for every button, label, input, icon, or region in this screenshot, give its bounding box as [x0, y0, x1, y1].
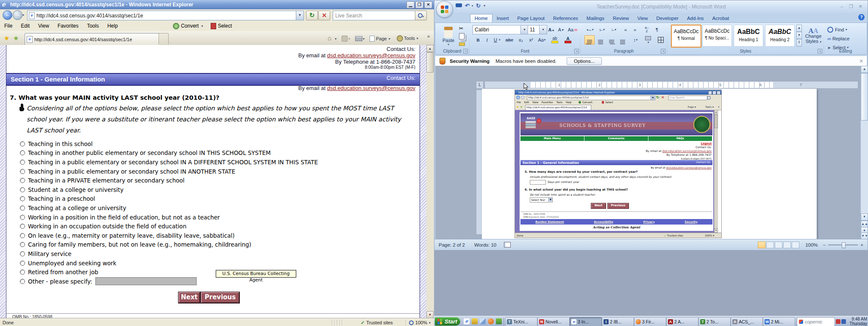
radio-button-icon[interactable] — [20, 196, 25, 201]
clock[interactable]: 9:48 AM Thursday — [848, 317, 867, 326]
browser-tab[interactable]: e http://idc4.ssd.census.gov:4014/sasstq… — [25, 33, 161, 45]
copernic-search-box[interactable]: copernic — [797, 317, 835, 326]
word-scroll-up-icon[interactable]: ▲ — [861, 66, 868, 73]
scroll-up-icon[interactable]: ▲ — [426, 45, 434, 52]
ie-restore-button[interactable]: ❐ — [415, 1, 423, 8]
styles-dialog-launcher-icon[interactable]: ↘ — [818, 49, 822, 53]
radio-button-icon[interactable] — [20, 224, 25, 229]
radio-option-row[interactable]: Teaching in another public elementary or… — [20, 149, 318, 158]
rss-feeds-icon[interactable] — [342, 36, 348, 42]
radio-option-row[interactable]: Working in a position in the field of ed… — [20, 213, 318, 222]
radio-button-icon[interactable] — [20, 187, 25, 192]
show-paragraph-marks-button[interactable]: ¶ — [652, 25, 662, 34]
quicklaunch-media-icon[interactable] — [496, 318, 502, 324]
refresh-icon[interactable]: ↻ — [306, 11, 318, 20]
radio-option-row[interactable]: Unemployed and seeking work — [20, 259, 318, 268]
clipboard-dialog-launcher-icon[interactable]: ↘ — [463, 49, 468, 53]
menu-item[interactable]: Edit — [17, 22, 34, 30]
strikethrough-button[interactable]: abe — [503, 35, 516, 45]
new-tab-button[interactable] — [159, 33, 169, 45]
tray-network-icon[interactable] — [841, 319, 846, 324]
radio-button-icon[interactable] — [20, 205, 25, 211]
address-input[interactable]: e http://idc4.ssd.census.gov:4014/sasstq… — [27, 11, 304, 20]
feeds-dropdown-icon[interactable]: ▾ — [348, 37, 350, 41]
copy-icon[interactable] — [459, 33, 465, 39]
radio-button-icon[interactable] — [20, 261, 25, 266]
tab-add-ins[interactable]: Add-Ins — [683, 14, 708, 22]
stop-icon[interactable]: ✕ — [318, 11, 330, 20]
bold-button[interactable]: B — [473, 35, 483, 45]
back-icon[interactable]: ← — [3, 10, 12, 20]
save-icon[interactable] — [456, 3, 462, 9]
zoom-dropdown-icon[interactable]: ▾ — [429, 321, 431, 325]
word-scroll-thumb[interactable] — [861, 73, 868, 121]
menu-item[interactable]: Tools — [83, 22, 103, 30]
menu-item[interactable]: Help — [103, 22, 122, 30]
embedded-screenshot-image[interactable]: http://idc4.ssd.census.gov:4014/sasstq/s… — [515, 90, 722, 238]
spellcheck-icon[interactable] — [504, 242, 511, 247]
radio-button-icon[interactable] — [20, 251, 25, 256]
word-minimize-button[interactable]: – — [837, 4, 846, 10]
security-options-button[interactable]: Options... — [567, 57, 602, 65]
multilevel-list-button[interactable]: ⁝–▾ — [608, 25, 619, 34]
status-word-count[interactable]: Words: 10 — [474, 242, 496, 247]
radio-button-icon[interactable] — [20, 141, 25, 146]
view-outline-icon[interactable] — [783, 242, 791, 248]
numbering-button[interactable]: 1–▾ — [596, 25, 607, 34]
radio-option-row[interactable]: Working in an occupation outside the fie… — [20, 222, 318, 231]
ie-close-button[interactable]: ✕ — [424, 1, 432, 8]
taskbar-button-internet-explorer-group[interactable]: e 3 In... — [570, 317, 602, 326]
undo-dropdown-icon[interactable]: ▾ — [472, 4, 473, 8]
quicklaunch-show-desktop-icon[interactable] — [480, 318, 486, 324]
format-painter-icon[interactable] — [459, 42, 465, 46]
horizontal-ruler[interactable]: 1234567 — [484, 81, 858, 89]
paragraph-dialog-launcher-icon[interactable]: ↘ — [661, 49, 665, 53]
office-button[interactable] — [436, 1, 453, 18]
tools-menu-button[interactable]: Tools ▾ — [398, 36, 418, 41]
radio-button-icon[interactable] — [20, 169, 25, 174]
tab-view[interactable]: View — [633, 14, 652, 22]
font-color-button[interactable]: A — [562, 35, 573, 45]
menu-item[interactable]: File — [0, 22, 17, 30]
radio-option-row[interactable]: Teaching in a public elementary or secon… — [20, 167, 318, 176]
select-browse-object-icon[interactable]: ● — [861, 227, 868, 233]
zoom-out-icon[interactable]: − — [823, 242, 826, 247]
increase-indent-button[interactable]: » — [630, 25, 640, 34]
tab-insert[interactable]: Insert — [492, 14, 513, 22]
view-fullscreen-icon[interactable] — [766, 242, 774, 248]
convert-button[interactable]: Convert ▾ — [173, 23, 203, 29]
superscript-button[interactable]: x² — [526, 35, 536, 45]
view-print-layout-icon[interactable] — [758, 242, 765, 248]
radio-option-row[interactable]: Teaching in this school — [20, 139, 318, 149]
tab-acrobat[interactable]: Acrobat — [708, 14, 734, 22]
redo-icon[interactable]: ↻ — [476, 3, 481, 9]
styles-scroll-up-icon[interactable]: ▲ — [796, 25, 802, 32]
bullets-button[interactable]: •–▾ — [584, 25, 595, 34]
radio-button-icon[interactable] — [20, 150, 25, 155]
shrink-font-button[interactable]: A▼ — [556, 25, 566, 34]
radio-option-row[interactable]: Teaching in a preschool — [20, 194, 318, 204]
taskbar-button-texnic[interactable]: T TeXni... — [505, 317, 537, 326]
word-zoom-level[interactable]: 100% — [805, 242, 818, 247]
shading-button[interactable]: ▾ — [642, 35, 654, 45]
tab-home[interactable]: Home — [470, 14, 492, 22]
undo-icon[interactable]: ↶ — [465, 3, 470, 9]
taskbar-button-acrobat-group[interactable]: A 2 A... — [666, 317, 698, 326]
change-styles-button[interactable]: AA Change Styles ▾ — [803, 25, 823, 48]
other-specify-input[interactable] — [95, 277, 197, 285]
underline-button[interactable]: U — [491, 35, 500, 45]
style-card-heading2[interactable]: AaBbC Heading 2 — [765, 25, 795, 47]
help-icon[interactable]: ? — [858, 14, 865, 20]
view-web-layout-icon[interactable] — [775, 242, 782, 248]
add-favorite-icon[interactable]: ★ — [13, 34, 19, 42]
styles-gallery-expand-icon[interactable]: ⊽ — [796, 39, 802, 47]
ie-minimize-button[interactable]: ▁ — [406, 1, 415, 8]
paste-button[interactable]: Paste ▾ — [439, 25, 458, 48]
radio-option-row[interactable]: On leave (e.g., maternity or paternity l… — [20, 231, 318, 240]
radio-option-row-other[interactable]: Other - please specify: — [20, 277, 197, 286]
print-dropdown-icon[interactable]: ▾ — [363, 37, 364, 41]
taskbar-button-ibm-group[interactable]: I 2 IB... — [602, 317, 634, 326]
radio-option-row[interactable]: Teaching at a college or university — [20, 203, 318, 213]
tray-antivirus-icon[interactable] — [836, 319, 840, 324]
status-page-indicator[interactable]: Page: 2 of 2 — [439, 242, 465, 247]
